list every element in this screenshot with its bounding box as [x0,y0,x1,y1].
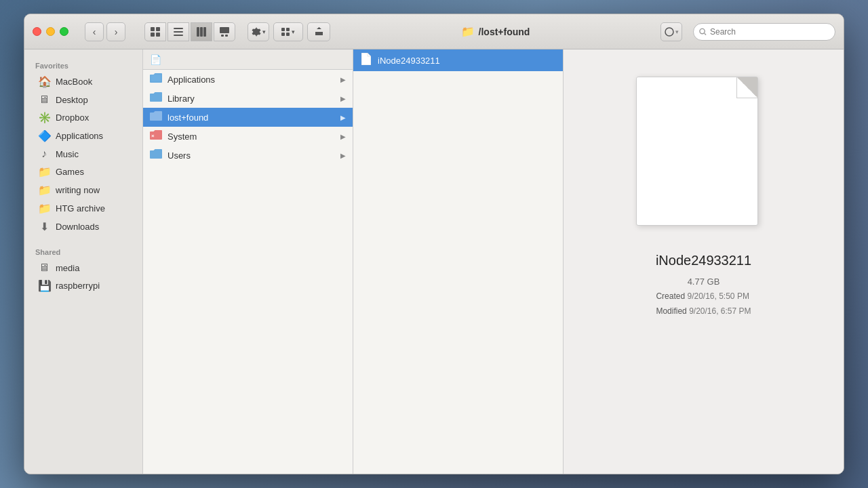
created-value: 9/20/16, 5:50 PM [687,291,749,301]
sidebar-item-label: Music [56,149,79,159]
sidebar-item-label: raspberrypi [56,281,100,291]
sidebar-item-dropbox[interactable]: ✳️ Dropbox [27,108,140,127]
share-button[interactable] [307,22,330,41]
svg-text:×: × [151,133,155,139]
file-item-lost-found[interactable]: lost+found ▶ [143,108,353,127]
sidebar-item-music[interactable]: ♪ Music [27,145,140,163]
sub-file-pane: iNode24933211 [353,49,564,474]
desktop-icon: 🖥 [38,94,50,106]
arrange-button[interactable]: ▾ [273,22,303,41]
forward-button[interactable]: › [106,22,125,41]
raspberrypi-icon: 💾 [38,279,50,292]
sidebar-item-downloads[interactable]: ⬇ Downloads [27,218,140,236]
svg-rect-13 [281,28,285,31]
downloads-icon: ⬇ [38,220,50,233]
svg-rect-7 [197,27,199,37]
svg-rect-16 [286,33,290,36]
sidebar-item-writing-now[interactable]: 📁 writing now [27,181,140,199]
preview-filename: iNode24933211 [656,253,751,268]
view-list-button[interactable] [167,22,189,41]
applications-folder-icon [150,73,162,85]
search-input[interactable] [710,27,829,37]
users-folder-icon [150,149,162,161]
sidebar-item-media[interactable]: 🖥 media [27,259,140,277]
search-icon [699,28,707,36]
svg-rect-10 [220,27,229,33]
search-bar[interactable] [693,23,835,41]
svg-point-18 [700,28,705,33]
dropbox-icon: ✳️ [38,111,50,124]
svg-rect-8 [200,27,203,37]
svg-rect-20 [151,75,161,81]
svg-rect-11 [221,35,224,37]
created-label: Created [656,291,685,301]
inode-label: iNode24933211 [378,56,440,66]
main-content: Favorites 🏠 MacBook 🖥 Desktop ✳️ Dropbox… [24,49,844,474]
favorites-label: Favorites [24,55,142,73]
svg-rect-12 [225,35,228,37]
system-folder-icon: × [150,130,162,142]
media-icon: 🖥 [38,262,50,274]
games-icon: 📁 [38,165,50,178]
view-grid-button[interactable] [144,22,166,41]
view-column-button[interactable] [191,22,212,41]
folder-arrow: ▶ [340,114,346,121]
doc-page [636,77,758,226]
minimize-button[interactable] [46,27,55,36]
back-button[interactable]: ‹ [85,22,104,41]
sidebar-item-label: Games [56,167,84,177]
close-button[interactable] [33,27,41,36]
music-icon: ♪ [38,148,50,160]
file-item-library[interactable]: Library ▶ [143,89,353,108]
sidebar: Favorites 🏠 MacBook 🖥 Desktop ✳️ Dropbox… [24,49,143,474]
svg-rect-15 [281,33,285,36]
file-item-users[interactable]: Users ▶ [143,146,353,165]
folder-arrow: ▶ [340,152,346,159]
toolbar-actions: ▾ ▾ [248,22,330,41]
sidebar-item-htg-archive[interactable]: 📁 HTG archive [27,199,140,218]
applications-icon: 🔷 [38,129,50,142]
svg-rect-14 [286,28,290,31]
view-buttons [144,22,235,41]
sidebar-item-label: media [56,263,79,273]
svg-rect-5 [174,31,183,33]
svg-rect-3 [156,33,160,37]
preview-meta: Created 9/20/16, 5:50 PM Modified 9/20/1… [656,289,751,319]
svg-rect-2 [151,33,155,37]
sidebar-item-label: Dropbox [56,113,89,123]
sidebar-item-macbook[interactable]: 🏠 MacBook [27,73,140,91]
sidebar-item-applications[interactable]: 🔷 Applications [27,127,140,145]
lost-found-folder-icon [150,111,162,123]
file-item-system[interactable]: × System ▶ [143,127,353,146]
action-gear-button[interactable]: ▾ [248,22,269,41]
sidebar-item-label: Desktop [56,95,88,105]
preview-filesize: 4.77 GB [688,277,720,287]
file-pane-top-icon: 📄 [150,54,161,65]
view-cover-button[interactable] [214,22,235,41]
folder-arrow: ▶ [340,95,346,102]
maximize-button[interactable] [60,27,68,36]
writing-icon: 📁 [38,184,50,197]
svg-rect-6 [174,35,183,36]
window-title: /lost+found [479,26,530,37]
htg-icon: 📁 [38,202,50,215]
library-folder-icon [150,92,162,104]
file-item-applications[interactable]: Applications ▶ [143,70,353,89]
macbook-icon: 🏠 [38,75,50,88]
title-bar: ‹ › [24,14,844,49]
folder-arrow: ▶ [340,76,346,83]
file-pane: 📄 Applications ▶ [143,49,353,474]
sidebar-item-desktop[interactable]: 🖥 Desktop [27,91,140,108]
file-label: Applications [167,75,215,85]
tag-button[interactable]: ▾ [660,22,682,41]
sidebar-item-raspberrypi[interactable]: 💾 raspberrypi [27,277,140,295]
modified-label: Modified [656,306,686,316]
svg-point-17 [665,28,673,36]
sidebar-item-label: HTG archive [56,203,105,214]
sidebar-item-games[interactable]: 📁 Games [27,163,140,181]
svg-rect-9 [203,27,206,37]
inode-item[interactable]: iNode24933211 [353,49,563,71]
file-label: System [167,131,197,142]
nav-buttons: ‹ › [85,22,125,41]
preview-pane: iNode24933211 4.77 GB Created 9/20/16, 5… [564,49,844,474]
